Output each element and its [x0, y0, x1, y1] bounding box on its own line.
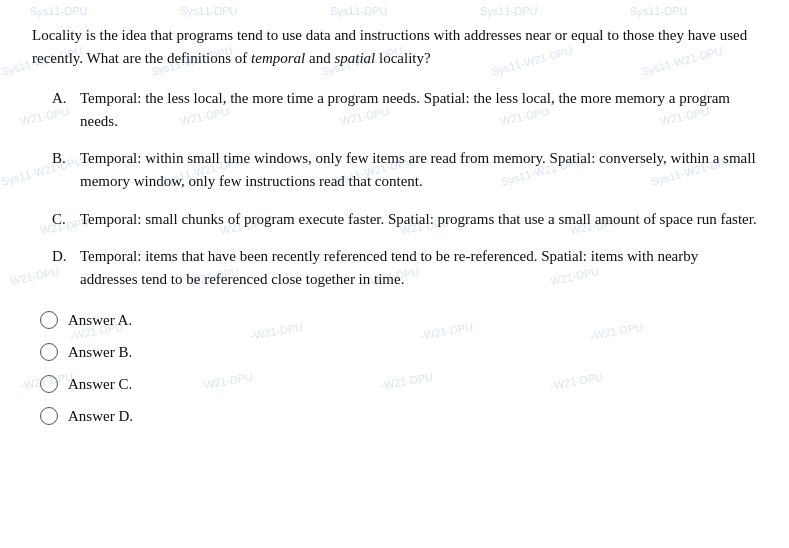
question-text: Locality is the idea that programs tend … [32, 24, 757, 71]
option-content-3: Temporal: items that have been recently … [80, 245, 757, 292]
options-container: A. Temporal: the less local, the more ti… [52, 87, 757, 292]
option-item-a: A. Temporal: the less local, the more ti… [52, 87, 757, 134]
option-label-3: D. [52, 245, 80, 292]
radio-circle-3[interactable] [40, 407, 58, 425]
answer-label-1: Answer B. [68, 344, 132, 361]
answer-item-0[interactable]: Answer A. [40, 311, 757, 329]
answer-item-3[interactable]: Answer D. [40, 407, 757, 425]
answer-item-1[interactable]: Answer B. [40, 343, 757, 361]
question-text-part2: and [305, 50, 334, 66]
option-content-2: Temporal: small chunks of program execut… [80, 208, 757, 231]
watermark-0: Sys11-DPU [30, 5, 87, 17]
radio-circle-1[interactable] [40, 343, 58, 361]
option-item-d: D. Temporal: items that have been recent… [52, 245, 757, 292]
answer-label-3: Answer D. [68, 408, 133, 425]
option-label-2: C. [52, 208, 80, 231]
watermark-2: Sys11-DPU [330, 5, 387, 17]
radio-circle-0[interactable] [40, 311, 58, 329]
watermark-3: Sys11-DPU [480, 5, 537, 17]
option-content-1: Temporal: within small time windows, onl… [80, 147, 757, 194]
question-text-part3: locality? [375, 50, 430, 66]
radio-circle-2[interactable] [40, 375, 58, 393]
option-label-1: B. [52, 147, 80, 194]
option-content-0: Temporal: the less local, the more time … [80, 87, 757, 134]
watermark-4: Sys11-DPU [630, 5, 687, 17]
watermark-1: Sys11-DPU [180, 5, 237, 17]
answers-section: Answer A. Answer B. Answer C. Answer D. [40, 311, 757, 425]
option-label-0: A. [52, 87, 80, 134]
answer-item-2[interactable]: Answer C. [40, 375, 757, 393]
question-italic2: spatial [334, 50, 375, 66]
question-italic1: temporal [251, 50, 305, 66]
option-item-c: C. Temporal: small chunks of program exe… [52, 208, 757, 231]
option-item-b: B. Temporal: within small time windows, … [52, 147, 757, 194]
answer-label-0: Answer A. [68, 312, 132, 329]
answer-label-2: Answer C. [68, 376, 132, 393]
